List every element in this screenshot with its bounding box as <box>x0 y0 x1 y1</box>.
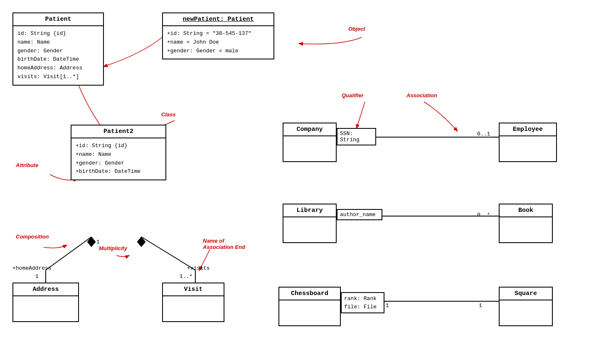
association-label: Association <box>406 92 437 98</box>
object-label: Object <box>348 26 365 32</box>
mult-visit-bottom: 1..* <box>180 273 192 280</box>
mult-address-bottom: 1 <box>35 273 39 280</box>
patient-box: Patient id: String {id} name: Name gende… <box>12 12 104 86</box>
company-box: Company <box>283 123 337 162</box>
square-header: Square <box>500 288 552 300</box>
library-header: Library <box>283 204 336 217</box>
book-box: Book <box>499 204 553 243</box>
chess-qualifier-box: rank: Rankfile: File <box>341 292 384 313</box>
svg-marker-0 <box>87 237 96 247</box>
square-box: Square <box>499 287 553 326</box>
mult-chess-right: 1 <box>479 303 482 309</box>
address-header: Address <box>13 283 78 296</box>
mult-book-side: 0..* <box>477 212 490 218</box>
company-header: Company <box>283 123 336 136</box>
chessboard-box: Chessboard <box>278 287 341 326</box>
visit-body <box>163 296 224 321</box>
new-patient-box: newPatient: Patient +id: String = "38-54… <box>162 12 274 59</box>
patient2-body: +id: String {id} +name: Name +gender: Ge… <box>71 138 165 180</box>
chessboard-header: Chessboard <box>279 288 340 300</box>
label-visits: +visits <box>187 265 210 271</box>
employee-box: Employee <box>499 123 557 162</box>
class-label: Class <box>161 111 176 118</box>
patient-header: Patient <box>13 13 103 26</box>
employee-header: Employee <box>500 123 556 136</box>
visit-box: Visit <box>162 283 224 322</box>
patient2-header: Patient2 <box>71 125 165 138</box>
mult-patient2-visit-top: 1 <box>140 239 143 245</box>
company-body <box>283 136 336 161</box>
new-patient-header: newPatient: Patient <box>163 13 273 26</box>
name-of-assoc-end-label: Name ofAssociation End <box>203 238 245 250</box>
multiplicity-label: Multiplicity <box>99 245 127 251</box>
label-home-address: +homeAddress <box>12 265 52 271</box>
address-body <box>13 296 78 321</box>
address-box: Address <box>12 283 79 322</box>
mult-employee-side: 0..1 <box>477 131 490 137</box>
library-body <box>283 217 336 242</box>
library-box: Library <box>283 204 337 243</box>
book-body <box>500 217 552 242</box>
patient2-box: Patient2 +id: String {id} +name: Name +g… <box>71 125 166 180</box>
mult-chess-left: 1 <box>386 303 389 309</box>
chessboard-body <box>279 300 340 325</box>
attribute-label: Attribute <box>16 162 38 168</box>
composition-label: Composition <box>16 234 49 240</box>
qualifier-box: SSN: String <box>337 128 376 145</box>
author-name-box: author_name <box>337 209 382 220</box>
book-header: Book <box>500 204 552 217</box>
qualifier-label: Qualifier <box>342 92 364 98</box>
square-body <box>500 300 552 325</box>
new-patient-body: +id: String = "38-545-137" +name = John … <box>163 26 273 59</box>
visit-header: Visit <box>163 283 224 296</box>
employee-body <box>500 136 556 161</box>
svg-line-1 <box>46 237 91 270</box>
patient-body: id: String {id} name: Name gender: Gende… <box>13 26 103 85</box>
mult-patient2-address-top: 1 <box>96 239 100 245</box>
